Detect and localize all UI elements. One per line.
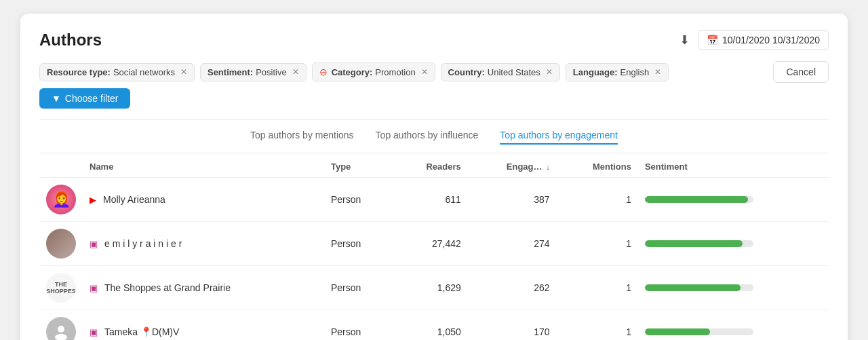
filter-icon: ▼ — [52, 93, 61, 104]
cell-readers: 1,629 — [392, 266, 467, 310]
header: Authors ⬇ 📅 10/01/2020 10/31/2020 — [39, 30, 829, 50]
cell-engagement: 262 — [468, 266, 557, 310]
cell-avatar — [39, 222, 83, 266]
cell-type: Person — [324, 222, 392, 266]
authors-table: Name Type Readers Engag… ↓ Mentions Sent… — [39, 153, 829, 340]
col-sentiment: Sentiment — [638, 153, 829, 178]
sentiment-bar-fill — [645, 196, 748, 203]
sentiment-bar-fill — [645, 240, 743, 247]
sentiment-bar-wrap — [645, 328, 753, 335]
cell-name: ▣ Tameka 📍D(M)V — [83, 310, 324, 341]
filter-language-remove[interactable]: ✕ — [654, 67, 661, 77]
col-readers: Readers — [392, 153, 467, 178]
cell-readers: 611 — [392, 178, 467, 222]
cell-sentiment — [638, 222, 829, 266]
cell-readers: 1,050 — [392, 310, 467, 341]
tab-top-by-mentions[interactable]: Top authors by mentions — [250, 130, 354, 145]
cell-avatar — [39, 310, 83, 341]
cell-engagement: 387 — [468, 178, 557, 222]
platform-icon: ▣ — [90, 238, 98, 249]
cell-engagement: 274 — [468, 222, 557, 266]
sentiment-bar-wrap — [645, 240, 753, 247]
choose-filter-button[interactable]: ▼ Choose filter — [39, 88, 130, 109]
platform-icon: ▣ — [90, 326, 98, 337]
calendar-icon: 📅 — [707, 35, 718, 45]
col-avatar — [39, 153, 83, 178]
cell-readers: 27,442 — [392, 222, 467, 266]
tab-top-by-influence[interactable]: Top authors by influence — [376, 130, 479, 145]
platform-icon: ▣ — [90, 282, 98, 293]
cell-mentions: 1 — [557, 178, 638, 222]
cell-avatar: 👩‍🦰 — [39, 178, 83, 222]
author-name: The Shoppes at Grand Prairie — [104, 282, 231, 293]
avatar: THE SHOPPES — [46, 273, 76, 303]
col-type: Type — [324, 153, 392, 178]
filters-row: Resource type: Social networks ✕ Sentime… — [39, 61, 829, 120]
table-row: THE SHOPPES ▣ The Shoppes at Grand Prair… — [39, 266, 829, 310]
sentiment-bar-wrap — [645, 284, 753, 291]
cell-mentions: 1 — [557, 310, 638, 341]
avatar — [46, 229, 76, 259]
sentiment-bar-wrap — [645, 196, 753, 203]
author-name: Tameka 📍D(M)V — [104, 326, 179, 337]
filter-sentiment-remove[interactable]: ✕ — [292, 67, 299, 77]
tabs-row: Top authors by mentions Top authors by i… — [39, 120, 829, 153]
tab-top-by-engagement[interactable]: Top authors by engagement — [500, 130, 618, 145]
author-name: e m i l y r a i n i e r — [104, 238, 182, 249]
cell-sentiment — [638, 310, 829, 341]
filter-resource-type-remove[interactable]: ✕ — [180, 67, 187, 77]
cancel-button[interactable]: Cancel — [773, 61, 829, 83]
author-name: Molly Arieanna — [103, 194, 165, 205]
cell-type: Person — [324, 178, 392, 222]
date-range[interactable]: 📅 10/01/2020 10/31/2020 — [698, 30, 829, 50]
table-wrap: Name Type Readers Engag… ↓ Mentions Sent… — [39, 153, 829, 340]
main-card: Authors ⬇ 📅 10/01/2020 10/31/2020 Resour… — [20, 14, 848, 340]
cell-type: Person — [324, 266, 392, 310]
avatar: 👩‍🦰 — [46, 185, 76, 214]
cell-name: ▣ e m i l y r a i n i e r — [83, 222, 324, 266]
filter-country-remove[interactable]: ✕ — [546, 67, 553, 77]
col-name: Name — [83, 153, 324, 178]
col-mentions: Mentions — [557, 153, 638, 178]
download-icon[interactable]: ⬇ — [679, 33, 690, 48]
platform-icon: ▶ — [90, 194, 96, 205]
filter-language: Language: English ✕ — [566, 63, 669, 81]
cell-engagement: 170 — [468, 310, 557, 341]
svg-point-0 — [58, 326, 64, 333]
table-row: ▣ Tameka 📍D(M)V Person 1,050 170 1 — [39, 310, 829, 341]
filter-category-remove[interactable]: ✕ — [421, 67, 428, 77]
page-title: Authors — [39, 31, 102, 50]
cell-type: Person — [324, 310, 392, 341]
filter-sentiment: Sentiment: Positive ✕ — [200, 63, 307, 81]
filter-category: ⊖ Category: Promotion ✕ — [312, 62, 435, 81]
minus-icon: ⊖ — [319, 67, 328, 77]
svg-point-1 — [55, 334, 67, 340]
date-range-value: 10/01/2020 10/31/2020 — [722, 35, 820, 45]
filter-country: Country: United States ✕ — [441, 63, 560, 81]
sentiment-bar-fill — [645, 284, 741, 291]
cell-mentions: 1 — [557, 266, 638, 310]
sentiment-bar-fill — [645, 328, 710, 335]
cell-sentiment — [638, 178, 829, 222]
avatar — [46, 317, 76, 340]
table-row: ▣ e m i l y r a i n i e r Person 27,442 … — [39, 222, 829, 266]
cell-avatar: THE SHOPPES — [39, 266, 83, 310]
table-row: 👩‍🦰 ▶ Molly Arieanna Person 611 387 1 — [39, 178, 829, 222]
filter-resource-type: Resource type: Social networks ✕ — [39, 63, 195, 81]
cell-sentiment — [638, 266, 829, 310]
cell-mentions: 1 — [557, 222, 638, 266]
col-engagement[interactable]: Engag… ↓ — [468, 153, 557, 178]
cell-name: ▶ Molly Arieanna — [83, 178, 324, 222]
cell-name: ▣ The Shoppes at Grand Prairie — [83, 266, 324, 310]
header-right: ⬇ 📅 10/01/2020 10/31/2020 — [679, 30, 829, 50]
